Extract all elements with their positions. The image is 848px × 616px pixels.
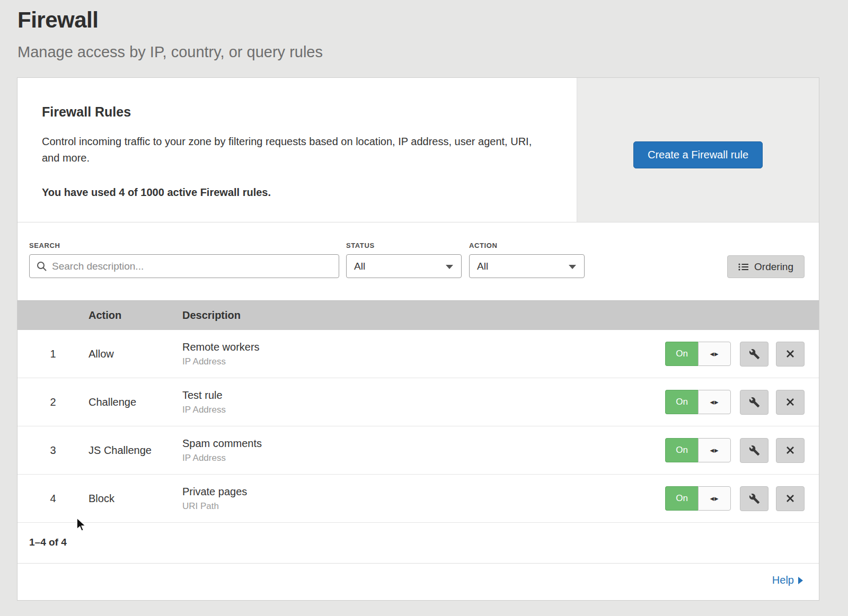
rule-description-cell: Private pages URI Path (182, 486, 664, 512)
card-description: Control incoming traffic to your zone by… (42, 133, 540, 166)
table-header: Action Description (17, 300, 819, 330)
table-row: 3 JS Challenge Spam comments IP Address … (17, 426, 819, 475)
rule-enable-toggle[interactable]: On ◂▸ (665, 438, 731, 462)
rule-controls: On ◂▸ (664, 342, 819, 367)
rule-enable-toggle[interactable]: On ◂▸ (665, 342, 731, 366)
action-value: All (477, 261, 488, 272)
rule-match-type: IP Address (182, 405, 664, 415)
rule-enable-toggle[interactable]: On ◂▸ (665, 390, 731, 414)
rule-match-type: IP Address (182, 356, 664, 367)
chevron-down-icon (569, 265, 576, 269)
search-icon (37, 261, 47, 272)
create-firewall-rule-button[interactable]: Create a Firewall rule (633, 141, 763, 168)
wrench-icon (749, 397, 760, 408)
toggle-on-label: On (665, 438, 698, 462)
rule-description: Test rule (182, 389, 664, 401)
rule-description-cell: Remote workers IP Address (182, 341, 664, 367)
page-title: Firewall (17, 7, 848, 33)
help-row: Help (17, 564, 819, 600)
rule-priority: 1 (17, 348, 89, 360)
header-action-column: Action (89, 309, 182, 322)
rule-controls: On ◂▸ (664, 486, 819, 511)
rule-description-cell: Test rule IP Address (182, 389, 664, 415)
delete-rule-button[interactable] (776, 342, 805, 367)
chevron-down-icon (446, 265, 453, 269)
ordering-button[interactable]: Ordering (727, 255, 805, 278)
status-select[interactable]: All (346, 254, 462, 278)
edit-rule-button[interactable] (740, 486, 768, 511)
rule-match-type: IP Address (182, 453, 664, 463)
rule-match-type: URI Path (182, 501, 664, 512)
ordering-list-icon (738, 263, 749, 271)
rule-controls: On ◂▸ (664, 390, 819, 415)
search-input[interactable] (30, 255, 339, 278)
toggle-on-label: On (665, 342, 698, 366)
rule-action: JS Challenge (89, 444, 182, 457)
edit-rule-button[interactable] (740, 342, 768, 367)
status-filter-group: STATUS All (346, 242, 462, 278)
search-box (29, 254, 339, 278)
rule-action: Block (89, 493, 182, 505)
help-label: Help (772, 574, 794, 586)
status-label: STATUS (346, 242, 462, 249)
table-row: 1 Allow Remote workers IP Address On ◂▸ (17, 330, 819, 378)
page-subtitle: Manage access by IP, country, or query r… (17, 43, 848, 61)
rule-controls: On ◂▸ (664, 438, 819, 463)
close-icon (785, 397, 795, 407)
card-intro-section: Firewall Rules Control incoming traffic … (17, 78, 819, 222)
rule-description: Spam comments (182, 438, 664, 450)
close-icon (785, 349, 795, 359)
rule-priority: 2 (17, 396, 89, 408)
toggle-drag-handle-icon: ◂▸ (698, 390, 731, 414)
table-row: 4 Block Private pages URI Path On ◂▸ (17, 475, 819, 523)
action-label: ACTION (469, 242, 585, 249)
action-select[interactable]: All (469, 254, 585, 278)
toggle-drag-handle-icon: ◂▸ (698, 342, 731, 366)
delete-rule-button[interactable] (776, 390, 805, 415)
rules-table-body: 1 Allow Remote workers IP Address On ◂▸ (17, 330, 819, 523)
help-arrow-icon (798, 577, 803, 584)
pagination-status: 1–4 of 4 (17, 523, 819, 564)
toggle-on-label: On (665, 390, 698, 414)
table-row: 2 Challenge Test rule IP Address On ◂▸ (17, 378, 819, 426)
action-filter-group: ACTION All (469, 242, 585, 278)
wrench-icon (749, 493, 760, 504)
rule-action: Allow (89, 348, 182, 360)
toggle-drag-handle-icon: ◂▸ (698, 486, 731, 511)
close-icon (785, 494, 795, 503)
search-label: SEARCH (29, 242, 339, 249)
close-icon (785, 445, 795, 455)
firewall-rules-card: Firewall Rules Control incoming traffic … (17, 78, 819, 600)
edit-rule-button[interactable] (740, 390, 768, 415)
rule-enable-toggle[interactable]: On ◂▸ (665, 486, 731, 511)
usage-summary: You have used 4 of 1000 active Firewall … (42, 186, 540, 199)
ordering-label: Ordering (754, 261, 793, 273)
rule-priority: 4 (17, 493, 89, 505)
toggle-on-label: On (665, 486, 698, 511)
toggle-drag-handle-icon: ◂▸ (698, 438, 731, 462)
edit-rule-button[interactable] (740, 438, 768, 463)
card-action-area: Create a Firewall rule (577, 78, 819, 222)
rule-action: Challenge (89, 396, 182, 408)
delete-rule-button[interactable] (776, 486, 805, 511)
page-header: Firewall Manage access by IP, country, o… (0, 0, 848, 61)
filters-bar: SEARCH STATUS All ACTION All (17, 222, 819, 300)
header-description-column: Description (182, 309, 664, 322)
card-intro-text: Firewall Rules Control incoming traffic … (17, 78, 577, 222)
status-value: All (354, 261, 365, 272)
rule-priority: 3 (17, 444, 89, 457)
rule-description-cell: Spam comments IP Address (182, 438, 664, 463)
wrench-icon (749, 349, 760, 360)
delete-rule-button[interactable] (776, 438, 805, 463)
wrench-icon (749, 445, 760, 456)
help-link[interactable]: Help (772, 574, 803, 586)
rule-description: Private pages (182, 486, 664, 498)
card-title: Firewall Rules (42, 104, 540, 120)
rule-description: Remote workers (182, 341, 664, 353)
search-filter-group: SEARCH (29, 242, 339, 278)
